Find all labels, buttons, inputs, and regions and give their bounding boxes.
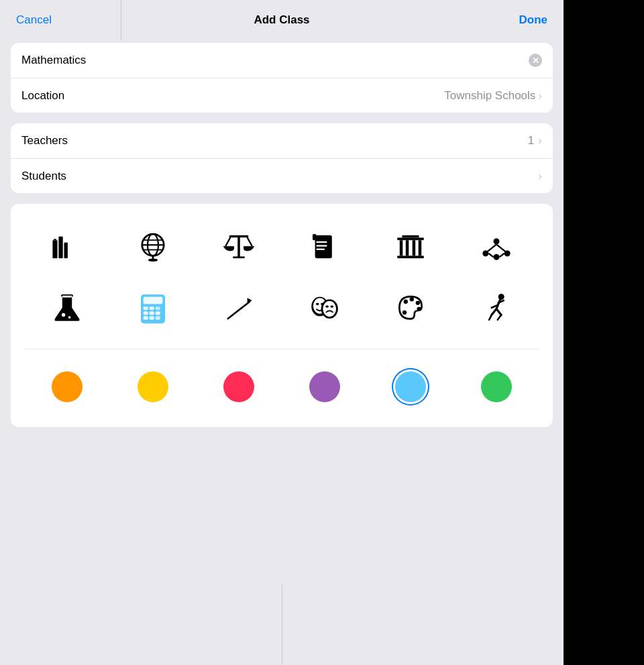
svg-rect-27 [402, 235, 419, 238]
class-name-row[interactable]: ✕ [11, 43, 553, 78]
svg-point-58 [323, 301, 336, 316]
svg-point-65 [402, 310, 407, 314]
icon-grid [11, 217, 553, 338]
svg-line-34 [488, 253, 493, 257]
yellow-color-option[interactable] [110, 360, 196, 414]
svg-rect-44 [156, 306, 160, 310]
svg-rect-21 [397, 256, 424, 259]
orange-color-option[interactable] [24, 360, 110, 414]
svg-line-13 [225, 237, 230, 246]
svg-rect-17 [313, 234, 316, 240]
svg-point-61 [404, 300, 408, 304]
cancel-button[interactable]: Cancel [16, 13, 63, 27]
svg-rect-24 [406, 240, 409, 255]
palette-icon[interactable] [368, 278, 453, 338]
svg-rect-48 [144, 316, 148, 320]
svg-line-33 [496, 245, 506, 252]
students-chevron-icon: › [538, 170, 542, 183]
students-row[interactable]: Students › [11, 158, 553, 193]
blue-circle [395, 371, 426, 402]
svg-line-14 [248, 237, 252, 246]
people-group: Teachers 1 › Students › [11, 123, 553, 193]
pencil-icon[interactable] [196, 278, 282, 338]
scales-icon[interactable] [196, 217, 282, 278]
modal-title: Add Class [63, 13, 500, 27]
teachers-row[interactable]: Teachers 1 › [11, 123, 553, 158]
purple-color-option[interactable] [282, 360, 368, 414]
purple-circle [309, 371, 340, 402]
svg-point-64 [417, 307, 421, 311]
masks-icon[interactable] [282, 278, 368, 338]
svg-rect-20 [316, 249, 325, 250]
location-row[interactable]: Location Township Schools › [11, 78, 553, 113]
svg-point-38 [62, 313, 65, 316]
svg-point-60 [331, 305, 334, 308]
network-icon[interactable] [453, 217, 539, 278]
flask-icon[interactable] [24, 278, 110, 338]
green-circle [481, 371, 512, 402]
svg-rect-2 [64, 243, 68, 258]
svg-line-32 [488, 245, 497, 252]
svg-point-62 [410, 297, 414, 301]
class-info-group: ✕ Location Township Schools › [11, 43, 553, 113]
students-label: Students [21, 170, 538, 183]
svg-rect-18 [316, 241, 327, 243]
svg-line-35 [500, 253, 504, 257]
icon-color-section [11, 204, 553, 427]
svg-rect-12 [229, 235, 249, 237]
svg-point-39 [68, 316, 71, 319]
teachers-chevron-icon: › [538, 134, 542, 147]
globe-icon[interactable] [110, 217, 196, 278]
running-icon[interactable] [453, 278, 539, 338]
teachers-count: 1 [528, 134, 534, 147]
calculator-icon[interactable] [110, 278, 196, 338]
class-name-input[interactable] [21, 54, 529, 67]
svg-rect-16 [315, 235, 332, 258]
svg-rect-3 [54, 239, 56, 240]
svg-rect-0 [52, 240, 57, 258]
svg-rect-23 [400, 240, 403, 255]
svg-rect-37 [62, 296, 72, 298]
clear-button[interactable]: ✕ [529, 54, 542, 67]
svg-rect-15 [233, 257, 245, 259]
svg-rect-43 [150, 306, 154, 310]
svg-point-28 [494, 239, 500, 245]
svg-point-59 [325, 305, 329, 308]
green-color-option[interactable] [453, 360, 539, 414]
svg-rect-46 [150, 311, 154, 314]
done-button[interactable]: Done [500, 13, 547, 27]
svg-rect-26 [419, 240, 422, 255]
books-icon[interactable] [24, 217, 110, 278]
svg-rect-45 [144, 311, 148, 314]
teachers-label: Teachers [21, 134, 528, 147]
icon-color-divider [24, 349, 539, 349]
location-value: Township Schools [444, 89, 535, 103]
columns-icon[interactable] [368, 217, 453, 278]
svg-point-63 [416, 301, 420, 305]
notes-icon[interactable] [282, 217, 368, 278]
svg-rect-25 [413, 240, 416, 255]
orange-circle [52, 371, 83, 402]
svg-rect-1 [58, 237, 62, 258]
red-circle [223, 371, 254, 402]
blue-color-option[interactable] [368, 360, 453, 414]
svg-point-55 [316, 303, 319, 306]
modal-header: Cancel Add Class Done [0, 0, 564, 38]
red-color-option[interactable] [196, 360, 282, 414]
location-label: Location [21, 89, 444, 103]
color-grid [11, 360, 553, 414]
bottom-divider-line [282, 585, 282, 665]
svg-rect-47 [156, 311, 160, 314]
svg-rect-49 [150, 316, 154, 320]
svg-rect-11 [237, 235, 240, 257]
svg-rect-19 [316, 245, 327, 246]
svg-rect-41 [144, 297, 163, 304]
svg-rect-22 [397, 238, 424, 241]
svg-rect-42 [144, 306, 148, 310]
svg-rect-50 [156, 316, 160, 320]
svg-line-51 [228, 302, 250, 318]
top-divider-line [121, 0, 121, 40]
svg-point-31 [494, 254, 500, 260]
svg-point-66 [498, 294, 504, 300]
svg-point-10 [148, 259, 158, 262]
